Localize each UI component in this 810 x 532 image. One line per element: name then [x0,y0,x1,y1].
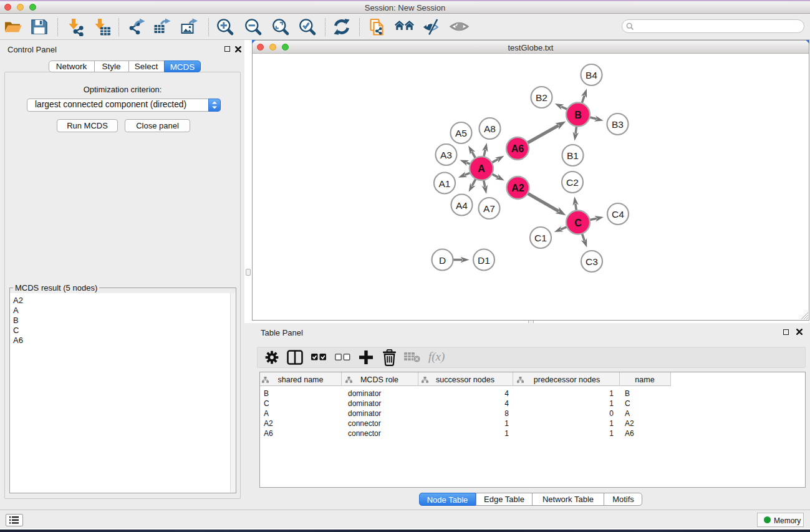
svg-text:A5: A5 [455,128,467,138]
svg-text:B1: B1 [567,150,579,161]
svg-text:B3: B3 [612,119,624,130]
svg-text:C2: C2 [566,177,579,188]
svg-text:C: C [574,218,582,228]
svg-text:A7: A7 [483,203,495,214]
svg-text:A: A [478,163,485,174]
svg-text:A2: A2 [511,183,524,193]
svg-text:C1: C1 [534,233,547,243]
svg-text:B4: B4 [586,70,597,80]
svg-text:A6: A6 [511,143,524,154]
svg-text:C4: C4 [612,209,624,220]
svg-text:A4: A4 [456,200,468,211]
svg-text:D1: D1 [478,255,490,266]
svg-text:B2: B2 [536,92,547,103]
svg-text:A1: A1 [439,178,451,189]
svg-text:D: D [439,255,446,266]
svg-text:C3: C3 [586,256,598,267]
svg-text:B: B [574,110,582,120]
svg-text:A8: A8 [484,123,496,134]
svg-text:A3: A3 [440,150,452,160]
